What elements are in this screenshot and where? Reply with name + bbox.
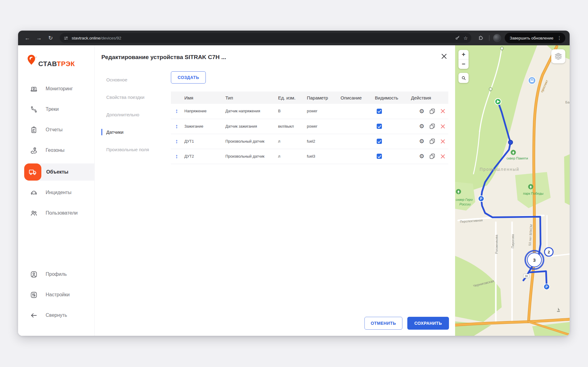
map-panel[interactable]: P P 38 2 bbox=[455, 45, 570, 336]
sensor-settings-icon[interactable]: ⚙ bbox=[418, 107, 425, 115]
column-header: Видимость bbox=[373, 92, 409, 104]
editor-tab[interactable]: Основное bbox=[101, 77, 166, 83]
visibility-checkbox[interactable] bbox=[377, 109, 382, 114]
reports-icon bbox=[30, 126, 38, 134]
zoom-in-button[interactable]: + bbox=[458, 50, 469, 59]
sidebar: СТАВТРЭК Мониторинг Треки Отчеты Геозо bbox=[18, 45, 95, 336]
sensor-type: Произвольный датчик bbox=[224, 149, 276, 164]
device-editor-panel: Редактирование устройства SITRAK C7H ...… bbox=[95, 45, 455, 336]
visibility-checkbox[interactable] bbox=[377, 154, 382, 159]
sensor-row: ↕ ДУТ2 Произвольный датчик л fuel3 ⚙ bbox=[171, 149, 448, 164]
column-header: Описание bbox=[339, 92, 373, 104]
sidebar-item-label: Геозоны bbox=[46, 148, 65, 153]
sidebar-item-users[interactable]: Пользователи bbox=[18, 206, 94, 220]
sensor-delete-icon[interactable] bbox=[439, 107, 447, 115]
sidebar-item-settings[interactable]: Настройки bbox=[18, 287, 94, 302]
drag-handle-icon[interactable]: ↕ bbox=[175, 153, 178, 159]
sensor-name: ДУТ2 bbox=[183, 149, 224, 164]
map-label-park: сквер Памяти bbox=[507, 156, 528, 160]
profile-icon bbox=[30, 270, 38, 278]
sensor-settings-icon[interactable]: ⚙ bbox=[418, 153, 425, 160]
sidebar-item-tracks[interactable]: Треки bbox=[18, 102, 94, 117]
forward-button[interactable]: → bbox=[34, 33, 44, 43]
map-label-park: парк Победы bbox=[523, 192, 544, 195]
url-bar[interactable]: stavtrack.online/devices/92 ☆ bbox=[60, 33, 471, 43]
sensor-delete-icon[interactable] bbox=[439, 138, 447, 145]
monitoring-icon bbox=[30, 85, 38, 93]
parking-marker[interactable]: P bbox=[478, 196, 484, 202]
extensions-icon[interactable] bbox=[476, 33, 485, 43]
column-header: Имя bbox=[183, 92, 224, 104]
create-button[interactable]: СОЗДАТЬ bbox=[171, 71, 206, 84]
visibility-checkbox[interactable] bbox=[377, 139, 382, 144]
password-key-icon[interactable] bbox=[455, 35, 460, 41]
sidebar-item-objects[interactable]: Объекты bbox=[24, 163, 94, 181]
zoom-out-button[interactable]: − bbox=[458, 59, 469, 69]
drag-handle-icon[interactable]: ↕ bbox=[175, 108, 178, 114]
editor-tab[interactable]: Дополнительно bbox=[101, 111, 166, 118]
editor-tab[interactable]: Датчики bbox=[101, 129, 166, 135]
save-button[interactable]: СОХРАНИТЬ bbox=[407, 317, 449, 330]
close-icon[interactable] bbox=[440, 52, 448, 61]
sensor-row: ↕ Зажигание Датчик зажигания вкл/выкл po… bbox=[171, 119, 448, 134]
sensor-copy-icon[interactable] bbox=[429, 107, 436, 115]
sidebar-item-geozones[interactable]: Геозоны bbox=[18, 143, 94, 158]
site-settings-icon[interactable] bbox=[63, 36, 69, 41]
toolbar-separator bbox=[489, 35, 489, 41]
logo-text: СТАВТРЭК bbox=[38, 61, 75, 69]
sensor-copy-icon[interactable] bbox=[429, 153, 436, 160]
route-waypoint-dot[interactable] bbox=[508, 140, 513, 144]
map-layers-button[interactable] bbox=[551, 49, 565, 63]
geozones-icon bbox=[30, 146, 38, 154]
cluster-marker-small[interactable]: 2 bbox=[545, 248, 553, 256]
sensor-type: Произвольный датчик bbox=[224, 134, 276, 149]
sidebar-item-reports[interactable]: Отчеты bbox=[18, 122, 94, 137]
map-search-button[interactable] bbox=[458, 73, 469, 83]
profile-avatar[interactable] bbox=[493, 34, 501, 42]
reload-button[interactable]: ↻ bbox=[46, 33, 55, 43]
drag-handle-icon[interactable]: ↕ bbox=[175, 138, 178, 144]
editor-tabs: Основное Свойства поездки Дополнительно … bbox=[101, 77, 166, 164]
drag-handle-icon[interactable]: ↕ bbox=[175, 123, 178, 129]
parking-marker[interactable]: P bbox=[544, 284, 550, 290]
svg-text:P: P bbox=[545, 285, 548, 289]
sidebar-item-incidents[interactable]: Инциденты bbox=[18, 185, 94, 200]
editor-tab[interactable]: Произвольные поля bbox=[101, 146, 166, 153]
app-logo: СТАВТРЭК bbox=[18, 51, 94, 69]
finish-update-button[interactable]: Завершить обновление ⋮ bbox=[505, 33, 565, 43]
bookmark-star-icon[interactable]: ☆ bbox=[463, 35, 468, 41]
route-start-marker[interactable] bbox=[495, 99, 501, 105]
sidebar-item-label: Пользователи bbox=[46, 210, 77, 216]
search-icon bbox=[461, 76, 466, 81]
sensor-settings-icon[interactable]: ⚙ bbox=[418, 123, 425, 130]
sensor-description bbox=[339, 134, 373, 149]
map-label-street: Бас bbox=[565, 100, 570, 104]
editor-tab[interactable]: Свойства поездки bbox=[101, 94, 166, 100]
visibility-checkbox[interactable] bbox=[377, 124, 382, 129]
browser-toolbar: ← → ↻ stavtrack.online/devices/92 ☆ Заве… bbox=[18, 31, 570, 45]
map-label-district: Промышленный bbox=[480, 167, 519, 172]
sensor-settings-icon[interactable]: ⚙ bbox=[418, 138, 425, 145]
layers-icon bbox=[554, 52, 563, 61]
sidebar-item-label: Отчеты bbox=[46, 127, 62, 133]
sensor-delete-icon[interactable] bbox=[439, 153, 447, 160]
sidebar-nav: Мониторинг Треки Отчеты Геозоны Объекты bbox=[18, 81, 94, 226]
back-button[interactable]: ← bbox=[22, 33, 32, 43]
sensor-copy-icon[interactable] bbox=[429, 123, 436, 130]
browser-window: ← → ↻ stavtrack.online/devices/92 ☆ Заве… bbox=[18, 31, 570, 336]
sensor-delete-icon[interactable] bbox=[439, 123, 447, 130]
table-header-row: Имя Тип Ед. изм. Параметр Описание Видим… bbox=[171, 92, 448, 104]
cancel-button[interactable]: ОТМЕНИТЬ bbox=[364, 317, 402, 330]
sidebar-item-label: Треки bbox=[46, 107, 59, 112]
sidebar-item-monitoring[interactable]: Мониторинг bbox=[18, 81, 94, 96]
road-shield: 38 bbox=[523, 274, 529, 278]
sidebar-item-collapse[interactable]: Свернуть bbox=[18, 308, 94, 323]
sensor-name: ДУТ1 bbox=[183, 134, 224, 149]
chrome-menu-icon[interactable]: ⋮ bbox=[557, 35, 562, 41]
sensor-unit: В bbox=[276, 104, 305, 119]
cluster-marker-big[interactable]: 3 bbox=[525, 251, 544, 269]
map-label-park: России bbox=[459, 202, 471, 206]
sensor-copy-icon[interactable] bbox=[429, 138, 436, 145]
sensor-type: Датчик напряжения bbox=[224, 104, 276, 119]
sidebar-item-profile[interactable]: Профиль bbox=[18, 267, 94, 282]
